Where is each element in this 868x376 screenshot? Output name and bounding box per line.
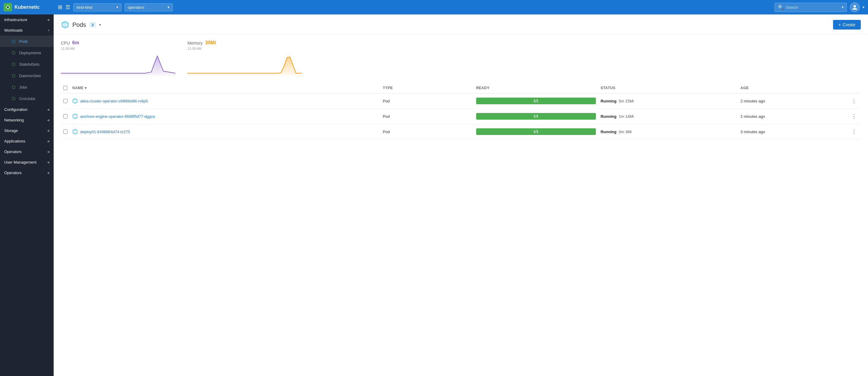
pod-cube-icon [72,129,78,134]
row-status-cell: Running 1m 14Mi [598,109,738,124]
app-logo: Kubernetic [4,3,55,11]
name-sort-icon: ▾ [85,86,87,90]
storage-chevron-icon: ◀ [47,129,50,132]
row-actions-button[interactable]: ⋮ [849,113,858,120]
content-header: Pods 3 ▾ + Create [54,14,868,34]
status-running-label: Running [601,130,617,134]
row-ready-cell: 1/1 [474,109,598,124]
search-box[interactable]: 🔍 ▾ [775,3,847,12]
statefulsets-sub-icon: ⬡ [11,61,16,67]
th-actions [847,83,861,93]
sidebar-item-user-management[interactable]: User Management ◀ [0,157,54,167]
pods-page-title: Pods [72,21,86,28]
table-row: akka-cluster-operator-c6f866d96-rv6p5 Po… [61,93,861,109]
th-status: STATUS [598,83,738,93]
row-name-cell: akka-cluster-operator-c6f866d96-rv6p5 [70,93,380,109]
pods-title-group: Pods 3 ▾ [61,21,101,29]
sidebar-item-networking[interactable]: Networking ◀ [0,115,54,125]
cpu-chart-time: 11:08 AM [61,47,176,50]
status-detail-label: 5m 15Mi [619,99,634,103]
row-checkbox[interactable] [63,114,67,118]
logo-icon [4,3,12,11]
cluster-selector[interactable]: kind-kind ▾ [73,3,121,11]
sidebar-item-cronjobs[interactable]: ⬡ CronJobs [0,93,54,104]
svg-point-1 [7,6,9,8]
sidebar-item-statefulsets[interactable]: ⬡ StatefulSets [0,58,54,70]
cpu-chart-value: 6m [72,40,79,45]
plus-icon: + [838,22,841,27]
sidebar-item-operators[interactable]: Operators ◀ [0,147,54,157]
row-actions-button[interactable]: ⋮ [849,128,858,135]
pods-count-badge: 3 [89,22,96,28]
pod-cube-icon [72,98,78,104]
search-chevron-icon: ▾ [842,5,844,9]
row-checkbox-cell [61,124,70,139]
infrastructure-chevron-icon: ◀ [47,18,50,21]
sidebar-item-applications[interactable]: Applications ◀ [0,136,54,147]
namespace-chevron-icon: ▾ [167,5,169,9]
th-type: TYPE [380,83,474,93]
row-actions-cell: ⋮ [847,124,861,139]
create-button[interactable]: + Create [833,20,861,30]
sidebar-label-configuration: Configuration [4,107,27,112]
sidebar-item-configuration[interactable]: Configuration ◀ [0,104,54,115]
pod-name-link[interactable]: deploy01-6498864d74-tz275 [72,129,378,134]
top-navigation: Kubernetic ⊞ ☰ kind-kind ▾ operators ▾ 🔍… [0,0,868,14]
pod-name-link[interactable]: anchore-engine-operator-6689f5d77-dggnz [72,114,378,119]
cpu-chart-label: CPU [61,41,70,45]
row-type-cell: Pod [380,109,474,124]
sidebar-item-daemonsets[interactable]: ⬡ DaemonSets [0,70,54,81]
th-name[interactable]: NAME ▾ [70,83,380,93]
ready-bar: 1/1 [476,128,596,135]
topnav-controls: ⊞ ☰ kind-kind ▾ operators ▾ 🔍 ▾ ▾ [58,2,864,12]
sidebar-item-operators2[interactable]: Operators ◀ [0,167,54,178]
cluster-select[interactable]: kind-kind [76,5,114,10]
row-actions-button[interactable]: ⋮ [849,97,858,105]
user-icon [852,4,858,10]
sidebar-label-workloads: Workloads [4,28,23,33]
table-row: anchore-engine-operator-6689f5d77-dggnz … [61,109,861,124]
deployments-sub-icon: ⬡ [11,50,16,56]
select-all-checkbox[interactable] [63,86,67,90]
memory-chart-svg [187,52,302,75]
workloads-submenu: ⬡ Pods ⬡ Deployments ⬡ StatefulSets ⬡ [0,36,54,104]
row-name-cell: deploy01-6498864d74-tz275 [70,124,380,139]
main-layout: Infrastructure ◀ Workloads ▾ ⬡ Pods ⬡ De… [0,14,868,376]
sidebar-label-operators2: Operators [4,170,22,175]
operators-chevron-icon: ◀ [47,150,50,153]
sidebar-item-infrastructure[interactable]: Infrastructure ◀ [0,14,54,25]
charts-area: CPU 6m 11:08 AM [54,34,868,83]
menu-icon[interactable]: ☰ [65,4,70,10]
row-type-cell: Pod [380,124,474,139]
namespace-selector[interactable]: operators ▾ [124,3,173,11]
sidebar-label-applications: Applications [4,139,25,144]
pod-name-link[interactable]: akka-cluster-operator-c6f866d96-rv6p5 [72,98,378,104]
cpu-chart: CPU 6m 11:08 AM [61,40,176,77]
grid-icon[interactable]: ⊞ [58,4,62,10]
configuration-chevron-icon: ◀ [47,108,50,111]
sidebar-item-jobs[interactable]: ⬡ Jobs [0,81,54,93]
sidebar-item-pods[interactable]: ⬡ Pods [0,36,54,47]
sidebar-label-user-management: User Management [4,160,36,164]
main-content: Pods 3 ▾ + Create CPU 6m 11:08 AM [54,14,868,376]
sidebar-item-deployments[interactable]: ⬡ Deployments [0,47,54,58]
search-icon: 🔍 [778,4,784,10]
row-checkbox[interactable] [63,130,67,134]
ready-bar: 1/1 [476,98,596,104]
table-header: NAME ▾ TYPE READY STATUS [61,83,861,93]
pod-cube-icon [72,114,78,119]
daemonsets-sub-icon: ⬡ [11,73,16,78]
create-label: Create [843,22,855,27]
row-age-cell: 2 minutes ago [738,93,847,109]
namespace-select[interactable]: operators [128,5,165,10]
search-input[interactable] [786,5,840,10]
th-ready: READY [474,83,598,93]
pods-dropdown-icon[interactable]: ▾ [99,23,101,27]
user-avatar[interactable] [850,2,860,12]
sidebar-item-storage[interactable]: Storage ◀ [0,125,54,136]
status-running-label: Running [601,99,617,103]
pods-cube-icon [61,21,69,29]
row-ready-cell: 1/1 [474,124,598,139]
row-checkbox[interactable] [63,99,67,103]
sidebar-item-workloads[interactable]: Workloads ▾ [0,25,54,36]
